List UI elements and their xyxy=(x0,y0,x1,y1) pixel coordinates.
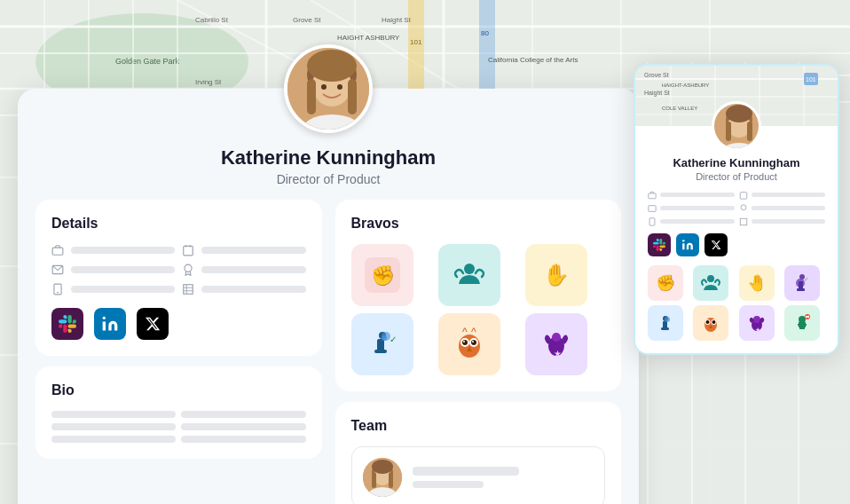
svg-text:HAIGHT ASHBURY: HAIGHT ASHBURY xyxy=(337,34,400,42)
bravo-sm-2[interactable] xyxy=(693,265,728,301)
team-member-item[interactable] xyxy=(351,446,606,504)
bravo-star[interactable]: ★ xyxy=(525,313,587,375)
svg-rect-58 xyxy=(184,246,193,256)
svg-rect-126 xyxy=(747,122,752,141)
svg-text:Grove St: Grove St xyxy=(644,72,669,78)
svg-text:Irving St: Irving St xyxy=(195,78,222,86)
profile-title: Director of Product xyxy=(35,172,621,186)
briefcase-icon xyxy=(51,244,64,256)
bravo-chess[interactable]: ✓ xyxy=(351,313,413,375)
profile-card-small: Grove St Haight St HAIGHT-ASHBURY COLE V… xyxy=(634,64,839,355)
svg-rect-143 xyxy=(663,321,667,328)
social-icons-small xyxy=(648,233,825,256)
svg-rect-130 xyxy=(649,206,656,212)
svg-text:^: ^ xyxy=(462,327,468,338)
svg-point-55 xyxy=(337,84,342,90)
twitter-icon-sm[interactable] xyxy=(704,233,728,256)
svg-rect-81 xyxy=(374,350,387,353)
small-card-title: Director of Product xyxy=(648,171,825,182)
bravo-sm-4[interactable]: ✓ xyxy=(784,265,820,301)
svg-point-102 xyxy=(372,460,393,474)
bravos-section: Bravos ✊ xyxy=(335,200,622,391)
svg-point-54 xyxy=(321,84,327,90)
svg-point-131 xyxy=(741,205,746,210)
bravo-sm-8[interactable] xyxy=(784,305,820,341)
details-title: Details xyxy=(51,216,306,232)
svg-rect-69 xyxy=(103,322,106,331)
briefcase-icon-sm xyxy=(648,191,657,200)
bravo-sm-1[interactable]: ✊ xyxy=(648,265,683,301)
svg-rect-157 xyxy=(798,324,807,326)
svg-text:✓: ✓ xyxy=(390,335,397,344)
slack-icon-sm[interactable] xyxy=(648,233,671,256)
twitter-x-icon[interactable] xyxy=(137,308,169,340)
linkedin-icon-sm[interactable] xyxy=(676,233,699,256)
social-icons xyxy=(51,308,306,340)
bravo-person[interactable] xyxy=(438,244,500,306)
svg-point-124 xyxy=(726,105,752,122)
email-icon xyxy=(51,264,64,276)
detail-row-award xyxy=(182,264,305,276)
svg-point-135 xyxy=(682,240,684,241)
phone-icon xyxy=(51,283,64,295)
svg-rect-25 xyxy=(479,0,495,89)
svg-text:101: 101 xyxy=(410,38,422,46)
slack-icon[interactable] xyxy=(51,308,83,340)
bravo-sm-3[interactable]: 🤚 xyxy=(739,265,775,301)
bravos-grid-small: ✊ 🤚 ✓ xyxy=(648,265,825,341)
svg-rect-144 xyxy=(661,327,669,330)
svg-rect-65 xyxy=(184,285,193,295)
svg-point-136 xyxy=(707,275,714,282)
svg-point-88 xyxy=(462,340,468,345)
team-member-avatar xyxy=(363,458,402,497)
bravo-sm-5[interactable] xyxy=(648,305,683,341)
svg-text:Haight St: Haight St xyxy=(644,90,670,97)
svg-text:Cabrillo St: Cabrillo St xyxy=(195,16,229,24)
linkedin-icon[interactable] xyxy=(94,308,126,340)
main-profile-card: Katherine Kunningham Director of Product… xyxy=(18,89,639,504)
svg-rect-129 xyxy=(740,193,747,200)
svg-rect-53 xyxy=(348,79,357,114)
bravo-hand[interactable]: ✋ xyxy=(525,244,587,306)
svg-text:Golden Gate Park: Golden Gate Park xyxy=(115,57,180,66)
svg-text:California College of the Arts: California College of the Arts xyxy=(488,56,578,64)
svg-text:101: 101 xyxy=(806,76,816,83)
svg-point-90 xyxy=(463,341,465,343)
bravo-sm-6[interactable] xyxy=(693,305,728,341)
svg-rect-128 xyxy=(649,193,656,199)
svg-rect-52 xyxy=(307,79,316,114)
svg-rect-125 xyxy=(726,122,731,141)
building-icon-sm xyxy=(739,217,748,226)
bravos-title: Bravos xyxy=(351,216,606,232)
svg-text:80: 80 xyxy=(481,29,489,37)
bravo-sm-7[interactable]: ★ xyxy=(739,305,775,341)
team-section: Team xyxy=(335,402,622,504)
svg-rect-104 xyxy=(389,472,393,488)
svg-text:^: ^ xyxy=(471,327,476,338)
bravo-fist[interactable]: ✊ xyxy=(351,244,413,306)
building-icon xyxy=(182,283,194,295)
detail-row-calendar xyxy=(182,244,305,256)
bio-section: Bio xyxy=(35,366,322,459)
small-card-name: Katherine Kunningham xyxy=(648,156,825,171)
calendar-icon-sm xyxy=(739,191,748,200)
avatar xyxy=(284,44,373,133)
svg-point-145 xyxy=(665,317,670,322)
svg-rect-159 xyxy=(799,327,805,329)
details-grid xyxy=(51,244,306,295)
svg-point-62 xyxy=(185,264,192,272)
bravo-owl[interactable]: ^ ^ xyxy=(438,313,500,375)
svg-rect-140 xyxy=(797,288,805,291)
award-icon xyxy=(182,264,194,276)
svg-rect-80 xyxy=(377,339,384,351)
phone-icon-sm xyxy=(648,217,657,226)
svg-point-70 xyxy=(103,317,106,319)
team-title: Team xyxy=(351,418,606,434)
email-icon-sm xyxy=(648,204,657,213)
svg-point-153 xyxy=(753,316,760,323)
svg-rect-103 xyxy=(372,472,376,488)
svg-text:✓: ✓ xyxy=(804,276,809,282)
svg-text:★: ★ xyxy=(754,327,759,333)
svg-text:★: ★ xyxy=(554,349,562,358)
detail-row-email xyxy=(51,264,175,276)
